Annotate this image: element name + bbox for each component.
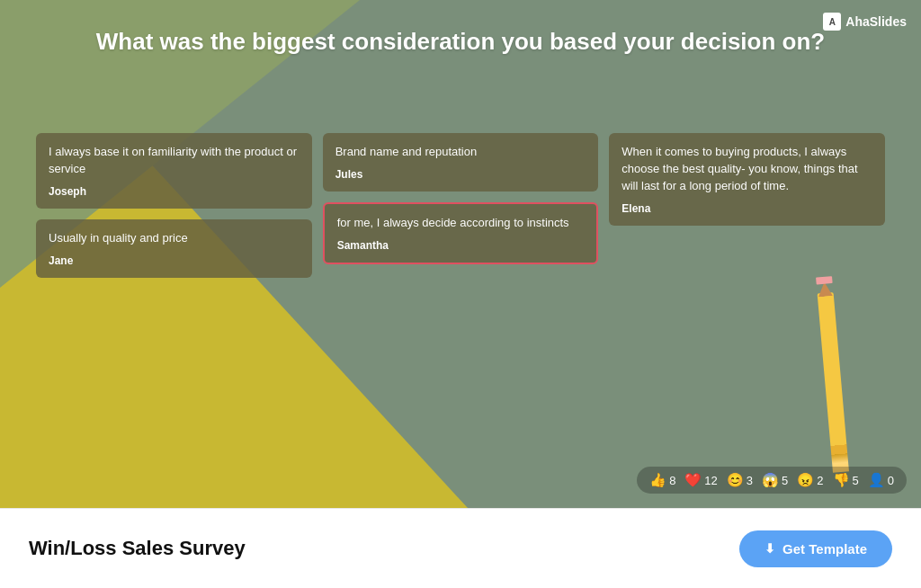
reaction-thumbsup-count: 8 bbox=[669, 474, 675, 487]
reaction-people: 👤 0 bbox=[868, 472, 894, 488]
card-column-3: When it comes to buying products, I alwa… bbox=[609, 133, 885, 278]
reaction-people-count: 0 bbox=[888, 474, 894, 487]
reaction-shocked: 😱 5 bbox=[762, 472, 788, 488]
reaction-heart: ❤️ 12 bbox=[684, 472, 717, 488]
reaction-thumbsdown: 👎 5 bbox=[833, 472, 859, 488]
reaction-smile: 😊 3 bbox=[727, 472, 753, 488]
card-column-1: I always base it on familiarity with the… bbox=[36, 133, 312, 278]
cards-area: I always base it on familiarity with the… bbox=[36, 133, 885, 278]
response-card-jules: Brand name and reputation Jules bbox=[323, 133, 599, 192]
card-text-joseph: I always base it on familiarity with the… bbox=[49, 144, 300, 178]
reaction-bar: 👍 8 ❤️ 12 😊 3 😱 5 😠 2 👎 5 bbox=[637, 467, 907, 494]
card-text-elena: When it comes to buying products, I alwa… bbox=[621, 144, 872, 195]
logo-icon: A bbox=[823, 13, 841, 31]
response-card-jane: Usually in quality and price Jane bbox=[36, 219, 312, 278]
reaction-people-emoji: 👤 bbox=[868, 472, 885, 488]
reaction-smile-count: 3 bbox=[747, 474, 753, 487]
card-text-jane: Usually in quality and price bbox=[49, 230, 300, 247]
download-icon: ⬇ bbox=[765, 541, 775, 556]
page-title: Win/Loss Sales Survey bbox=[29, 537, 246, 560]
reaction-angry: 😠 2 bbox=[797, 472, 823, 488]
response-card-samantha: for me, I always decide according to ins… bbox=[323, 202, 599, 264]
response-card-elena: When it comes to buying products, I alwa… bbox=[609, 133, 885, 226]
reaction-angry-emoji: 😠 bbox=[797, 472, 814, 488]
reaction-thumbsup-emoji: 👍 bbox=[649, 472, 666, 488]
card-text-jules: Brand name and reputation bbox=[335, 144, 586, 161]
reaction-thumbsdown-emoji: 👎 bbox=[833, 472, 850, 488]
logo-icon-text: A bbox=[829, 17, 836, 27]
logo-text: AhaSlides bbox=[845, 14, 907, 29]
question-title: What was the biggest consideration you b… bbox=[0, 27, 921, 58]
pencil-decoration bbox=[818, 292, 849, 473]
reaction-thumbsup: 👍 8 bbox=[649, 472, 675, 488]
card-author-jane: Jane bbox=[49, 254, 300, 267]
reaction-heart-emoji: ❤️ bbox=[684, 472, 702, 488]
card-column-2: Brand name and reputation Jules for me, … bbox=[323, 133, 599, 278]
slide-area: A AhaSlides What was the biggest conside… bbox=[0, 0, 921, 508]
get-template-button[interactable]: ⬇ Get Template bbox=[739, 530, 892, 567]
card-author-samantha: Samantha bbox=[337, 239, 585, 252]
main-container: A AhaSlides What was the biggest conside… bbox=[0, 0, 921, 588]
reaction-heart-count: 12 bbox=[704, 474, 717, 487]
card-author-jules: Jules bbox=[335, 168, 586, 181]
reaction-shocked-emoji: 😱 bbox=[762, 472, 779, 488]
reaction-angry-count: 2 bbox=[817, 474, 823, 487]
ahaslides-logo: A AhaSlides bbox=[823, 13, 907, 31]
reaction-shocked-count: 5 bbox=[782, 474, 788, 487]
reaction-smile-emoji: 😊 bbox=[727, 472, 744, 488]
get-template-label: Get Template bbox=[782, 541, 867, 557]
card-author-joseph: Joseph bbox=[49, 185, 300, 198]
bottom-bar: Win/Loss Sales Survey ⬇ Get Template bbox=[0, 508, 921, 588]
card-author-elena: Elena bbox=[621, 202, 872, 215]
reaction-thumbsdown-count: 5 bbox=[853, 474, 859, 487]
response-card-joseph: I always base it on familiarity with the… bbox=[36, 133, 312, 209]
card-text-samantha: for me, I always decide according to ins… bbox=[337, 215, 585, 232]
